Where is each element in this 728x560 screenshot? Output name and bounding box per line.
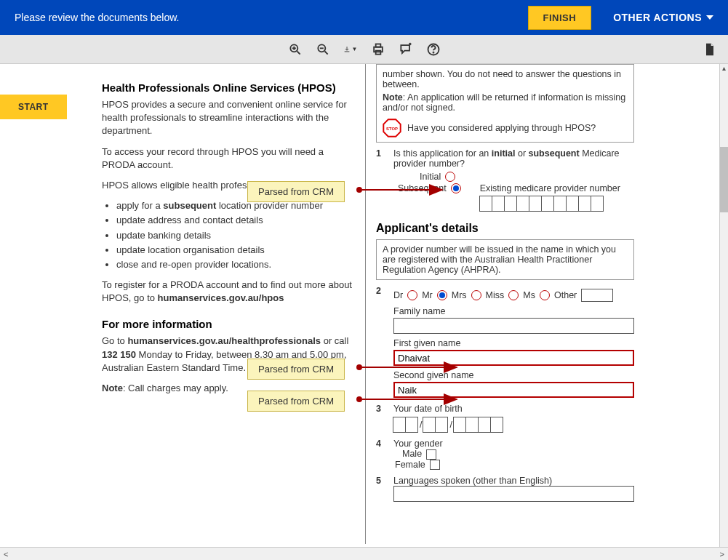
other-actions-dropdown[interactable]: OTHER ACTIONS <box>613 12 713 23</box>
finish-button[interactable]: FINISH <box>528 6 592 30</box>
svg-rect-10 <box>375 44 380 47</box>
review-message: Please review the documents below. <box>15 12 179 23</box>
download-icon[interactable]: ▼ <box>343 42 358 57</box>
help-icon[interactable] <box>426 42 441 57</box>
document-icon[interactable] <box>703 42 717 57</box>
svg-line-5 <box>324 51 327 54</box>
zoom-in-icon[interactable] <box>288 42 303 57</box>
chevron-down-icon <box>706 15 713 20</box>
other-actions-label: OTHER ACTIONS <box>613 12 702 23</box>
svg-line-1 <box>297 51 300 54</box>
document-toolbar: ▼ <box>0 35 728 64</box>
svg-point-15 <box>433 52 433 52</box>
chevron-down-icon: ▼ <box>352 46 358 52</box>
comment-icon[interactable] <box>399 42 413 57</box>
zoom-out-icon[interactable] <box>316 42 330 57</box>
print-icon[interactable] <box>371 42 385 57</box>
